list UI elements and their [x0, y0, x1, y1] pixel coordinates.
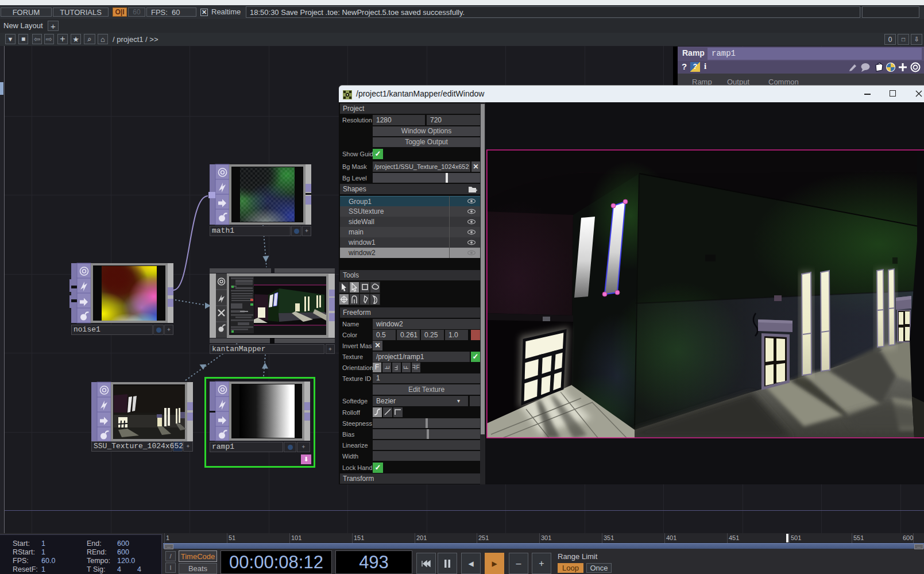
svg-text:251: 251 [478, 534, 489, 541]
svg-text:451: 451 [729, 534, 739, 541]
svg-text:51: 51 [229, 534, 235, 541]
svg-text:1: 1 [166, 534, 169, 541]
svg-text:401: 401 [666, 534, 676, 541]
svg-text:551: 551 [853, 534, 864, 541]
svg-text:151: 151 [354, 534, 364, 541]
svg-text:351: 351 [604, 534, 614, 541]
svg-text:501: 501 [791, 534, 801, 541]
svg-text:101: 101 [291, 534, 301, 541]
svg-text:201: 201 [416, 534, 427, 541]
svg-text:600: 600 [903, 534, 913, 541]
svg-text:301: 301 [541, 534, 551, 541]
